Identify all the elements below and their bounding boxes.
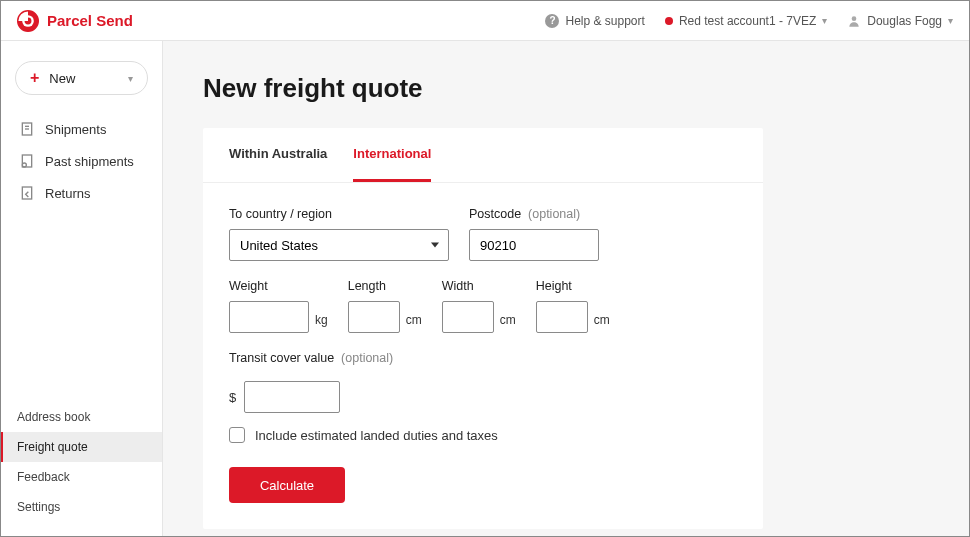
new-label: New	[39, 71, 128, 86]
postcode-field: Postcode (optional)	[469, 207, 599, 261]
account-name: Red test account1 - 7VEZ	[679, 14, 816, 28]
transit-cover-input[interactable]	[244, 381, 340, 413]
currency-sign: $	[229, 390, 236, 405]
height-input[interactable]	[536, 301, 588, 333]
form-body: To country / region United States Postco…	[203, 183, 763, 529]
user-name: Douglas Fogg	[867, 14, 942, 28]
user-icon	[847, 14, 861, 28]
cover-label: Transit cover value (optional)	[229, 351, 737, 365]
weight-label: Weight	[229, 279, 328, 293]
country-field: To country / region United States	[229, 207, 449, 261]
tab-international[interactable]: International	[353, 128, 431, 182]
sidebar-item-feedback[interactable]: Feedback	[1, 462, 162, 492]
weight-field: Weight kg	[229, 279, 328, 333]
top-actions: ? Help & support Red test account1 - 7VE…	[545, 14, 953, 28]
tabs: Within Australia International	[203, 128, 763, 183]
length-unit: cm	[406, 313, 422, 333]
brand-name: Parcel Send	[47, 12, 133, 29]
weight-input[interactable]	[229, 301, 309, 333]
user-menu[interactable]: Douglas Fogg ▾	[847, 14, 953, 28]
height-label: Height	[536, 279, 610, 293]
country-label: To country / region	[229, 207, 449, 221]
brand-logo-icon	[17, 10, 39, 32]
plus-icon: +	[30, 69, 39, 87]
chevron-down-icon: ▾	[128, 73, 133, 84]
history-icon	[19, 153, 35, 169]
width-input[interactable]	[442, 301, 494, 333]
sidebar-item-address-book[interactable]: Address book	[1, 402, 162, 432]
sidebar-item-settings[interactable]: Settings	[1, 492, 162, 522]
sidebar-item-label: Returns	[45, 186, 91, 201]
tab-within-australia[interactable]: Within Australia	[229, 128, 327, 182]
country-select[interactable]: United States	[229, 229, 449, 261]
main-content: New freight quote Within Australia Inter…	[163, 41, 969, 536]
calculate-button[interactable]: Calculate	[229, 467, 345, 503]
account-status-dot-icon	[665, 17, 673, 25]
height-unit: cm	[594, 313, 610, 333]
width-field: Width cm	[442, 279, 516, 333]
svg-rect-7	[22, 155, 31, 167]
weight-unit: kg	[315, 313, 328, 333]
sidebar-item-label: Shipments	[45, 122, 106, 137]
checkbox-icon	[229, 427, 245, 443]
new-button[interactable]: + New ▾	[15, 61, 148, 95]
sidebar-item-past-shipments[interactable]: Past shipments	[1, 145, 162, 177]
sidebar-bottom-nav: Address book Freight quote Feedback Sett…	[1, 402, 162, 536]
page-title: New freight quote	[203, 73, 929, 104]
svg-point-5	[852, 16, 857, 21]
sidebar-item-freight-quote[interactable]: Freight quote	[1, 432, 162, 462]
brand[interactable]: Parcel Send	[17, 10, 133, 32]
sidebar: + New ▾ Shipments Past shipments Returns…	[1, 41, 163, 536]
svg-point-8	[22, 163, 26, 167]
postcode-input[interactable]	[469, 229, 599, 261]
postcode-label: Postcode (optional)	[469, 207, 599, 221]
length-input[interactable]	[348, 301, 400, 333]
quote-card: Within Australia International To countr…	[203, 128, 763, 529]
sidebar-item-label: Past shipments	[45, 154, 134, 169]
length-field: Length cm	[348, 279, 422, 333]
account-switcher[interactable]: Red test account1 - 7VEZ ▾	[665, 14, 827, 28]
width-unit: cm	[500, 313, 516, 333]
width-label: Width	[442, 279, 516, 293]
return-icon	[19, 185, 35, 201]
height-field: Height cm	[536, 279, 610, 333]
length-label: Length	[348, 279, 422, 293]
duties-checkbox-row[interactable]: Include estimated landed duties and taxe…	[229, 427, 737, 443]
document-icon	[19, 121, 35, 137]
help-icon: ?	[545, 14, 559, 28]
sidebar-item-returns[interactable]: Returns	[1, 177, 162, 209]
chevron-down-icon: ▾	[822, 15, 827, 26]
sidebar-item-shipments[interactable]: Shipments	[1, 113, 162, 145]
top-bar: Parcel Send ? Help & support Red test ac…	[1, 1, 969, 41]
help-label: Help & support	[565, 14, 644, 28]
chevron-down-icon: ▾	[948, 15, 953, 26]
duties-label: Include estimated landed duties and taxe…	[255, 428, 498, 443]
help-support-link[interactable]: ? Help & support	[545, 14, 644, 28]
